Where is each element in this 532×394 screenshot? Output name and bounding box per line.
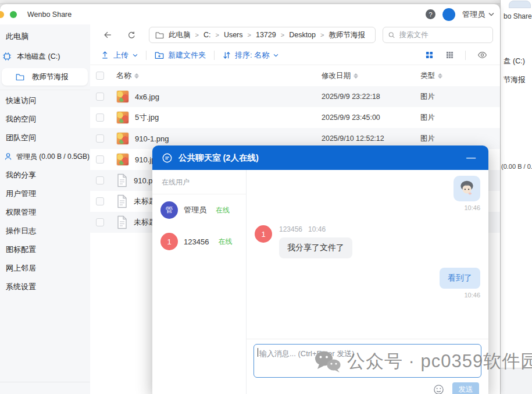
chat-input-area: 发送 bbox=[247, 339, 488, 394]
emoji-button[interactable] bbox=[432, 383, 445, 394]
chat-window: 公共聊天室 (2人在线) — 在线用户 管 管理员 在线 1 123456 在线 bbox=[152, 145, 488, 394]
sidebar-item-admin-quota[interactable]: 管理员 (0.00 B / 0.5GB) bbox=[0, 147, 90, 166]
row-checkbox[interactable] bbox=[96, 113, 104, 122]
sticker-bubble bbox=[454, 176, 480, 201]
online-users-panel: 在线用户 管 管理员 在线 1 123456 在线 bbox=[152, 170, 247, 394]
sidebar-divider bbox=[0, 90, 90, 90]
file-type: 图片 bbox=[420, 134, 493, 144]
outgoing-sticker-message: 10:46 bbox=[255, 176, 480, 211]
minimize-button[interactable]: — bbox=[463, 152, 479, 164]
toolbar-divider bbox=[465, 51, 466, 60]
emoji-smiley-icon bbox=[433, 384, 444, 394]
document-icon bbox=[116, 215, 128, 229]
breadcrumb-item[interactable]: Desktop bbox=[289, 31, 316, 39]
avatar: 1 bbox=[255, 225, 272, 243]
user-menu[interactable]: 管理员 bbox=[462, 9, 494, 20]
breadcrumb-item[interactable]: 教师节海报 bbox=[329, 30, 365, 40]
breadcrumb-item[interactable]: Users bbox=[224, 31, 243, 39]
breadcrumb-item[interactable]: 此电脑 bbox=[169, 30, 191, 40]
user-avatar[interactable] bbox=[442, 8, 455, 21]
online-status: 在线 bbox=[216, 205, 230, 215]
message-input[interactable] bbox=[253, 344, 481, 378]
dense-grid-view-button[interactable] bbox=[445, 50, 455, 60]
row-checkbox[interactable] bbox=[96, 197, 104, 205]
search-input[interactable] bbox=[399, 31, 487, 39]
image-thumbnail bbox=[116, 111, 129, 124]
breadcrumb-separator: > bbox=[281, 31, 284, 38]
eye-icon bbox=[477, 51, 487, 59]
new-folder-button[interactable]: 新建文件夹 bbox=[155, 50, 206, 61]
row-checkbox[interactable] bbox=[96, 134, 104, 143]
window-title: Wenbo Share bbox=[27, 10, 72, 19]
file-type: 图片 bbox=[420, 92, 493, 102]
sidebar-item-my-share[interactable]: 我的分享 bbox=[0, 166, 90, 184]
anime-sticker-image bbox=[458, 179, 476, 198]
sidebar-item-label: 本地磁盘 (C:) bbox=[17, 52, 60, 62]
row-checkbox[interactable] bbox=[96, 218, 104, 226]
column-header-type[interactable]: 类型 bbox=[420, 71, 493, 81]
avatar: 1 bbox=[160, 233, 178, 250]
sort-button[interactable]: 排序: 名称 bbox=[223, 50, 279, 61]
help-icon[interactable]: ? bbox=[426, 9, 435, 19]
background-window[interactable]: bo Share 盘 (C:) 节海报 (0.00 B / 0.5 bbox=[500, 0, 532, 394]
sidebar-item-system-settings[interactable]: 系统设置 bbox=[0, 278, 90, 296]
breadcrumb-separator: > bbox=[215, 31, 219, 38]
back-button[interactable] bbox=[102, 29, 113, 41]
row-checkbox[interactable] bbox=[96, 176, 104, 184]
send-button[interactable]: 发送 bbox=[452, 382, 479, 394]
table-row[interactable]: 5寸.jpg 2025/9/9 23:45:00 图片 bbox=[90, 107, 500, 128]
column-header-modified[interactable]: 修改日期 bbox=[322, 71, 420, 81]
sidebar-item-this-pc[interactable]: 此电脑 bbox=[0, 29, 90, 44]
sidebar-item-user-management[interactable]: 用户管理 bbox=[0, 184, 90, 203]
maximize-traffic-light[interactable] bbox=[10, 11, 17, 18]
select-all-checkbox[interactable] bbox=[96, 72, 104, 80]
breadcrumb-separator: > bbox=[248, 31, 251, 38]
row-checkbox[interactable] bbox=[96, 93, 104, 101]
sidebar-item-icon-config[interactable]: 图标配置 bbox=[0, 240, 90, 259]
breadcrumb-item[interactable]: 13729 bbox=[256, 31, 276, 39]
message-bubble: 看到了 bbox=[440, 268, 480, 289]
file-modified: 2025/9/10 12:52:12 bbox=[322, 134, 420, 143]
background-window-bottom-panel bbox=[501, 368, 532, 394]
message-list: 10:46 1 123456 10:46 我分享了文件了 看 bbox=[247, 170, 488, 339]
search-box bbox=[383, 27, 493, 43]
chevron-down-icon bbox=[488, 12, 494, 16]
image-thumbnail bbox=[116, 90, 129, 103]
sidebar-item-quick-access[interactable]: 快速访问 bbox=[0, 91, 90, 110]
preview-toggle-button[interactable] bbox=[476, 50, 488, 60]
chat-header[interactable]: 公共聊天室 (2人在线) — bbox=[152, 145, 488, 170]
sidebar-item-network-neighborhood[interactable]: 网上邻居 bbox=[0, 259, 90, 278]
online-users-label: 在线用户 bbox=[152, 170, 246, 194]
online-user-123456[interactable]: 1 123456 在线 bbox=[152, 226, 246, 257]
row-checkbox[interactable] bbox=[96, 155, 104, 164]
sidebar-item-local-disk[interactable]: 本地磁盘 (C:) bbox=[0, 48, 90, 65]
screen: bo Share 盘 (C:) 节海报 (0.00 B / 0.5 Wenbo … bbox=[0, 0, 532, 394]
minimize-traffic-light[interactable] bbox=[0, 11, 4, 18]
file-name: 5寸.jpg bbox=[135, 112, 159, 123]
online-user-admin[interactable]: 管 管理员 在线 bbox=[152, 194, 246, 226]
chevron-down-icon bbox=[273, 54, 279, 57]
sidebar-item-team-space[interactable]: 团队空间 bbox=[0, 129, 90, 147]
online-status: 在线 bbox=[218, 237, 232, 247]
chat-title: 公共聊天室 (2人在线) bbox=[178, 152, 259, 164]
grid-3x3-icon bbox=[446, 51, 454, 59]
sidebar-item-my-space[interactable]: 我的空间 bbox=[0, 110, 90, 129]
sidebar-item-label: 管理员 (0.00 B / 0.5GB) bbox=[16, 147, 90, 166]
sidebar-item-folder-selected[interactable]: 教师节海报 bbox=[2, 68, 88, 86]
outgoing-message: 看到了 10:46 bbox=[255, 268, 480, 299]
column-header-name[interactable]: 名称 bbox=[116, 70, 139, 81]
navigation-row: 此电脑 > C: > Users > 13729 > Desktop > 教师节… bbox=[90, 24, 500, 45]
folder-icon bbox=[16, 73, 24, 81]
sidebar-item-operation-log[interactable]: 操作日志 bbox=[0, 222, 90, 240]
refresh-button[interactable] bbox=[126, 30, 137, 41]
background-window-title: bo Share bbox=[504, 12, 532, 20]
table-row[interactable]: 4x6.jpg 2025/9/9 23:22:18 图片 bbox=[90, 86, 500, 107]
upload-icon bbox=[101, 51, 109, 59]
upload-button[interactable]: 上传 bbox=[101, 50, 138, 61]
file-name: 910-1.png bbox=[135, 134, 169, 143]
breadcrumb-item[interactable]: C: bbox=[203, 31, 211, 39]
sidebar-item-permission-management[interactable]: 权限管理 bbox=[0, 203, 90, 222]
grid-view-button[interactable] bbox=[424, 50, 434, 60]
toolbar-divider bbox=[146, 51, 147, 60]
sort-arrows-icon bbox=[134, 73, 139, 79]
